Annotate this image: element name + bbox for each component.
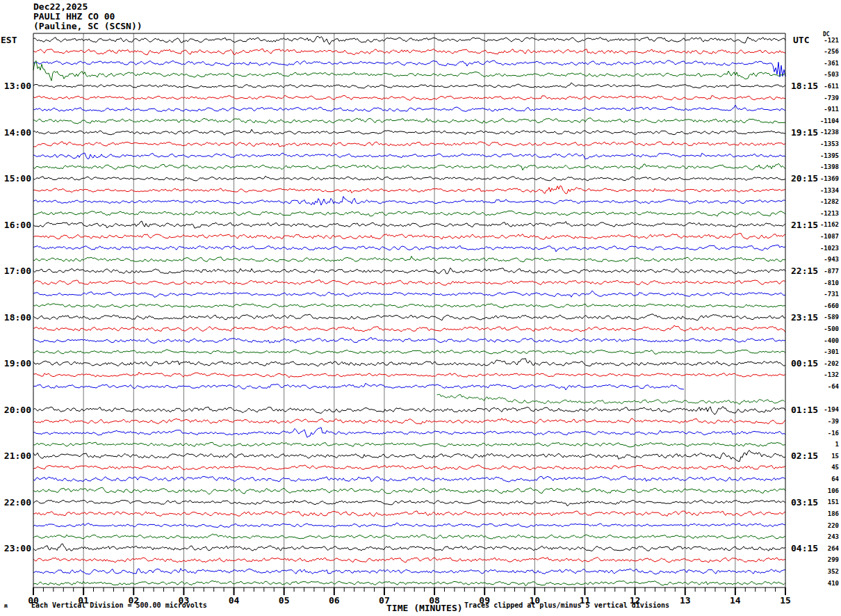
seismic-trace-row bbox=[33, 268, 785, 274]
plot-border bbox=[33, 33, 785, 587]
seismic-trace-row bbox=[33, 176, 785, 181]
utc-hour-label: 21:15 bbox=[791, 220, 818, 230]
dc-offset-value: -611 bbox=[824, 83, 839, 90]
vertical-division-note: Each Vertical Division = 500.00 microvol… bbox=[31, 601, 207, 609]
seismic-trace-row bbox=[33, 511, 785, 517]
seismic-trace-row bbox=[33, 105, 785, 112]
utc-hour-label: 03:15 bbox=[791, 497, 818, 508]
x-tick-label: 04 bbox=[229, 595, 240, 606]
est-hour-label: 18:00 bbox=[4, 312, 31, 323]
est-axis-label: EST bbox=[1, 35, 17, 45]
seismic-trace-row bbox=[33, 280, 785, 286]
dc-offset-value: -1395 bbox=[820, 152, 839, 159]
location-label: (Pauline, SC (SCSN)) bbox=[33, 21, 142, 31]
dc-offset-value: -202 bbox=[824, 360, 839, 367]
dc-offset-value: 106 bbox=[828, 487, 839, 494]
utc-hour-label: 02:15 bbox=[791, 451, 818, 461]
seismic-trace-row bbox=[33, 350, 785, 355]
seismic-trace-row bbox=[33, 196, 785, 205]
dc-offset-value: 186 bbox=[828, 510, 839, 517]
date-label: Dec22,2025 bbox=[33, 1, 88, 12]
dc-offset-value: -361 bbox=[824, 60, 839, 67]
dc-offset-value: -911 bbox=[824, 106, 839, 113]
dc-offset-value: -810 bbox=[824, 279, 839, 286]
seismic-trace-row bbox=[33, 558, 785, 562]
est-hour-label: 21:00 bbox=[4, 451, 31, 461]
seismic-trace-row bbox=[437, 394, 785, 404]
est-hour-label: 22:00 bbox=[4, 497, 31, 508]
dc-offset-value: -39 bbox=[828, 418, 839, 425]
dc-offset-value: -16 bbox=[828, 430, 839, 437]
est-hour-label: 16:00 bbox=[4, 220, 31, 230]
dc-offset-value: -503 bbox=[824, 71, 839, 78]
minute-gridlines bbox=[83, 33, 735, 587]
dc-offset-value: 64 bbox=[831, 476, 839, 483]
seismic-trace-row bbox=[33, 211, 785, 216]
utc-hour-label: 00:15 bbox=[791, 358, 818, 368]
dc-offset-value: -1213 bbox=[820, 210, 839, 217]
est-hour-label: 23:00 bbox=[4, 543, 31, 553]
seismic-trace-row bbox=[33, 221, 785, 228]
seismic-trace-row bbox=[33, 234, 785, 240]
station-label: PAULI HHZ CO 00 bbox=[33, 11, 115, 22]
utc-hour-label: 20:15 bbox=[791, 173, 818, 184]
seismic-trace-row bbox=[33, 95, 785, 101]
dc-offset-value: 352 bbox=[828, 568, 839, 575]
seismic-trace-row bbox=[33, 534, 785, 539]
seismic-trace-row bbox=[33, 569, 785, 575]
dc-offset-value: -121 bbox=[824, 37, 839, 44]
utc-hour-label: 04:15 bbox=[791, 543, 818, 553]
dc-offset-value: -589 bbox=[824, 314, 839, 321]
x-tick-label: 15 bbox=[780, 595, 791, 606]
dc-offset-values: -121-256-361-503-611-739-911-1104-1238-1… bbox=[820, 37, 840, 587]
x-tick-label: 14 bbox=[730, 595, 741, 606]
dc-offset-value: -64 bbox=[828, 383, 840, 390]
seismic-trace-row bbox=[33, 36, 785, 44]
dc-offset-value: 264 bbox=[828, 545, 840, 552]
seismic-trace-row bbox=[33, 129, 785, 135]
seismic-trace-row bbox=[33, 581, 785, 585]
dc-offset-value: 15 bbox=[831, 453, 839, 460]
dc-offset-value: -1334 bbox=[820, 187, 840, 194]
dc-offset-value: -132 bbox=[824, 371, 839, 378]
est-hour-label: 17:00 bbox=[4, 266, 31, 276]
squiggle-glyph-icon: ʍ bbox=[4, 603, 8, 609]
helicorder-chart: Dec22,2025 PAULI HHZ CO 00 (Pauline, SC … bbox=[0, 0, 841, 616]
helicorder-page: Dec22,2025 PAULI HHZ CO 00 (Pauline, SC … bbox=[0, 0, 841, 616]
seismic-trace-row bbox=[33, 476, 785, 482]
est-hour-label: 14:00 bbox=[4, 127, 31, 138]
seismic-trace-row bbox=[33, 407, 785, 415]
utc-hour-label: 18:15 bbox=[791, 81, 818, 91]
dc-offset-value: -731 bbox=[824, 291, 839, 298]
utc-axis-label: UTC bbox=[793, 35, 809, 45]
dc-offset-value: -256 bbox=[824, 48, 839, 55]
dc-offset-value: -1023 bbox=[820, 245, 839, 252]
dc-offset-value: -194 bbox=[824, 406, 839, 413]
dc-offset-value: -1087 bbox=[820, 233, 839, 240]
dc-offset-value: -400 bbox=[824, 337, 839, 344]
seismic-traces bbox=[33, 36, 785, 585]
seismic-trace-row bbox=[33, 465, 785, 470]
dc-offset-value: -500 bbox=[824, 325, 839, 332]
dc-offset-value: 299 bbox=[828, 556, 839, 563]
dc-offset-value: 1 bbox=[835, 441, 839, 448]
seismic-trace-row bbox=[33, 163, 785, 170]
seismic-trace-row bbox=[33, 186, 785, 194]
seismic-trace-row bbox=[33, 451, 785, 462]
dc-offset-value: -1369 bbox=[820, 175, 839, 182]
x-tick-label: 06 bbox=[329, 595, 340, 606]
seismic-trace-row bbox=[33, 291, 785, 297]
utc-hour-label: 19:15 bbox=[791, 127, 818, 138]
dc-offset-value: -301 bbox=[824, 348, 839, 355]
dc-offset-value: 243 bbox=[828, 533, 839, 540]
seismic-trace-row bbox=[33, 372, 785, 378]
dc-offset-value: 220 bbox=[828, 522, 839, 529]
seismic-trace-row bbox=[33, 60, 785, 81]
seismic-trace-row bbox=[33, 153, 785, 159]
dc-offset-value: -877 bbox=[824, 268, 839, 275]
est-hour-label: 13:00 bbox=[4, 81, 31, 91]
seismic-trace-row bbox=[33, 49, 785, 55]
est-hour-labels: 13:0014:0015:0016:0017:0018:0019:0020:00… bbox=[4, 81, 31, 553]
seismic-trace-row bbox=[33, 83, 785, 88]
x-tick-label: 05 bbox=[279, 595, 290, 606]
